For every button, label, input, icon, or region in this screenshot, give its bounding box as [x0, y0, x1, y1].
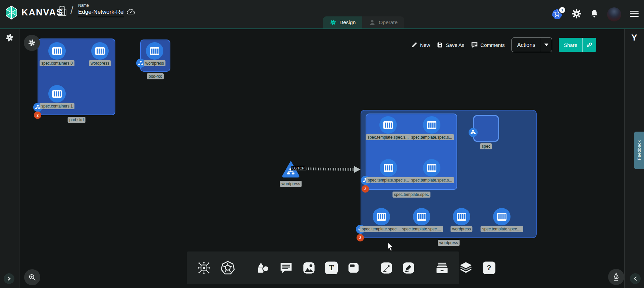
notifications-button[interactable]	[590, 9, 599, 20]
node-label: wordpress	[450, 226, 472, 232]
design-tools-button[interactable]	[608, 269, 624, 285]
container-icon	[91, 42, 109, 60]
edge-port-label: 80/TCP	[291, 166, 306, 170]
comment-tool[interactable]	[279, 262, 293, 274]
container-icon	[380, 159, 397, 176]
tab-design[interactable]: Design	[323, 16, 362, 28]
meshery-spiral-icon[interactable]	[5, 33, 14, 44]
text-tool[interactable]: T	[325, 262, 338, 274]
canvas-settings-widget[interactable]	[24, 35, 40, 51]
kanvas-logo[interactable]: KANVAS	[5, 5, 63, 20]
annotation-tools-group: T	[245, 251, 370, 284]
canvas-toolbar: T ?	[187, 251, 459, 284]
operate-person-icon	[369, 19, 376, 26]
user-avatar[interactable]	[607, 7, 621, 21]
container-icon	[423, 116, 440, 134]
container-icon	[379, 116, 397, 134]
comments-button[interactable]: Comments	[471, 42, 505, 48]
chevron-left-icon	[633, 276, 638, 281]
actions-button[interactable]: Actions	[512, 38, 541, 52]
yaml-panel-icon[interactable]: Y	[625, 32, 644, 43]
count-badge[interactable]: 3	[362, 185, 369, 193]
design-name-input[interactable]	[78, 9, 124, 17]
container-icon	[453, 208, 470, 225]
shapes-icon	[255, 261, 270, 275]
organization-icon[interactable]	[57, 5, 67, 18]
copy-link-button[interactable]	[582, 38, 596, 52]
tab-design-label: Design	[339, 19, 356, 25]
bell-icon	[590, 9, 599, 18]
node-label: spec	[480, 143, 492, 149]
container-icon	[48, 42, 66, 60]
comment-icon	[471, 42, 478, 48]
node-label: wordpress	[280, 181, 302, 187]
share-split-button: Share	[559, 38, 596, 52]
comments-button-label: Comments	[480, 42, 505, 48]
save-icon	[437, 42, 443, 48]
hamburger-icon	[629, 10, 639, 18]
save-as-button[interactable]: Save As	[437, 42, 464, 48]
header-icons: 1	[551, 0, 639, 28]
node-label: spec.template.spec.s...	[410, 177, 454, 183]
freehand-tool[interactable]	[402, 262, 415, 274]
actions-dropdown-button[interactable]	[541, 38, 552, 52]
container-icon	[493, 208, 511, 225]
feedback-tab[interactable]: Feedback	[634, 132, 644, 169]
design-name-field: Name	[78, 3, 124, 17]
layers-icon	[459, 261, 473, 275]
component-tools-group	[187, 251, 245, 284]
top-bar: KANVAS / Name Design Operate 1	[0, 0, 644, 29]
left-rail	[0, 29, 19, 288]
container-icon	[373, 208, 390, 225]
settings-button[interactable]	[572, 9, 582, 20]
node-label: spec.template.spec....	[360, 226, 403, 232]
text-tool-glyph: T	[329, 263, 334, 272]
menu-button[interactable]	[629, 10, 639, 19]
help-tool[interactable]: ?	[483, 262, 495, 274]
new-button[interactable]: New	[411, 42, 430, 48]
drawer-archive-icon	[435, 261, 449, 275]
actions-split-button: Actions	[512, 38, 552, 52]
hierarchy-icon	[471, 130, 476, 135]
expand-right-panel-button[interactable]	[630, 273, 641, 284]
k8s-context-count: 1	[558, 6, 566, 14]
count-badge[interactable]: 3	[357, 234, 364, 241]
magnifier-plus-icon	[28, 273, 37, 282]
pen-tool[interactable]	[380, 262, 393, 274]
group-label: pod-rcc	[147, 73, 164, 79]
pod-type-badge[interactable]	[469, 128, 478, 137]
node-spec[interactable]: spec	[473, 115, 499, 142]
zoom-search-button[interactable]	[24, 269, 40, 285]
kubernetes-tool[interactable]	[220, 261, 235, 275]
share-button[interactable]: Share	[559, 38, 582, 52]
hierarchy-icon	[138, 61, 143, 65]
comment-lines-icon	[279, 262, 293, 274]
container-icon	[48, 85, 66, 102]
container-icon	[413, 208, 430, 225]
board-tab-icon	[347, 262, 360, 274]
k8s-context-button[interactable]: 1	[551, 8, 564, 20]
node-label: spec.template.spec.s...	[366, 177, 411, 183]
components-tool[interactable]	[197, 261, 211, 275]
tab-operate[interactable]: Operate	[362, 16, 404, 28]
drawer-tool[interactable]	[435, 261, 449, 275]
save-as-button-label: Save As	[446, 42, 464, 48]
node-label: wordpress	[89, 60, 111, 66]
node-label: spec.template.spec....	[400, 226, 443, 232]
pen-icon	[380, 262, 393, 274]
pen-nib-icon	[612, 272, 621, 282]
container-icon	[146, 42, 163, 60]
node-label: spec.containers.1	[40, 103, 74, 109]
layers-tool[interactable]	[459, 261, 473, 275]
node-label: wordpress	[144, 60, 165, 66]
board-tool[interactable]	[347, 262, 360, 274]
node-label: spec.containers.0	[40, 60, 74, 66]
chip-icon	[197, 261, 211, 275]
scribble-pencil-icon	[402, 262, 415, 274]
shapes-tool[interactable]	[255, 261, 270, 275]
image-tool[interactable]	[302, 261, 316, 275]
count-badge[interactable]: 2	[34, 112, 41, 119]
expand-left-panel-button[interactable]	[4, 273, 14, 284]
group-label: spec.template.spec	[392, 192, 430, 198]
cloud-saved-icon	[126, 8, 136, 17]
